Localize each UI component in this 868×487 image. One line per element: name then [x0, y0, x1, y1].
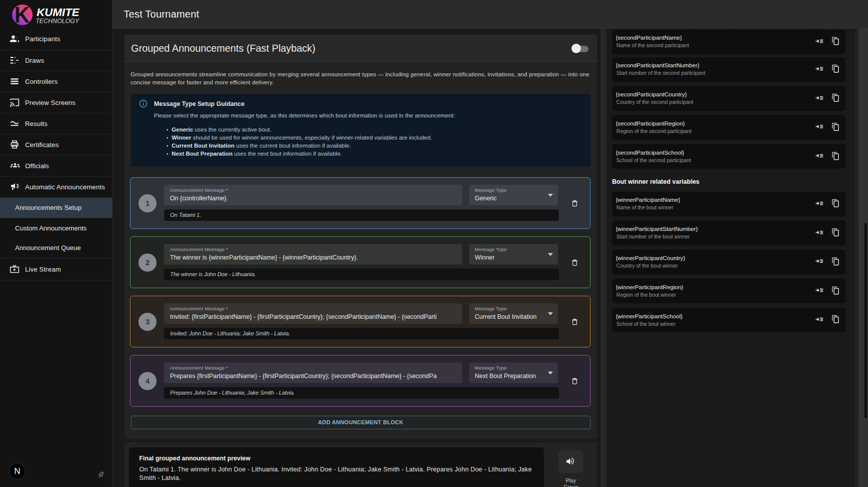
svg-text:K: K: [15, 5, 30, 25]
